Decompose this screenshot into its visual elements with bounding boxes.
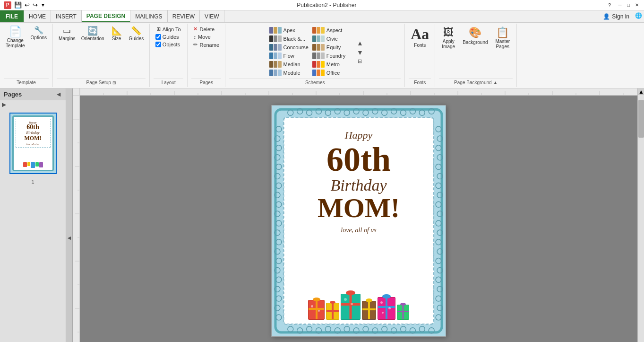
options-icon: 🔧 bbox=[34, 26, 43, 34]
scheme-office[interactable]: Office bbox=[311, 69, 353, 77]
schemes-scroll-down[interactable]: ▼ bbox=[357, 49, 363, 56]
scheme-black[interactable]: Black &... bbox=[268, 35, 310, 43]
objects-checkbox-label[interactable]: Objects bbox=[155, 41, 181, 48]
scheme-civic-label: Civic bbox=[326, 36, 338, 42]
layout-group-label: Layout bbox=[154, 79, 183, 85]
card-text-area: Happy 60th Birthday MOM! love, all of us bbox=[288, 122, 429, 284]
minimize-button[interactable]: ─ bbox=[617, 2, 623, 9]
scheme-median-label: Median bbox=[283, 61, 301, 67]
account-icon[interactable]: 🌐 bbox=[633, 10, 644, 22]
objects-checkbox[interactable] bbox=[155, 42, 161, 47]
tab-insert[interactable]: INSERT bbox=[51, 10, 82, 22]
template-group-label: Template bbox=[4, 79, 49, 85]
scroll-up-btn[interactable]: ▲ bbox=[638, 88, 644, 95]
scheme-office-label: Office bbox=[326, 70, 340, 76]
scheme-aspect-label: Aspect bbox=[326, 27, 343, 33]
app-icon: P bbox=[4, 1, 11, 9]
gift-5 bbox=[378, 297, 395, 320]
page-setup-expand[interactable]: ⊞ bbox=[112, 80, 116, 85]
scrollbar-thumb-v[interactable] bbox=[638, 100, 644, 138]
page-background-group-label: Page Background ▲ bbox=[439, 79, 513, 85]
tab-page-design[interactable]: PAGE DESIGN bbox=[82, 10, 130, 22]
size-button[interactable]: 📐 Size bbox=[108, 26, 125, 42]
canvas-container: Happy 60th Birthday MOM! love, all of us bbox=[73, 88, 637, 342]
page-thumbnail-1[interactable]: Happy 60th Birthday MOM! love, all of us bbox=[9, 113, 57, 174]
move-button[interactable]: ↕ Move bbox=[191, 34, 212, 40]
card-love-text: love, all of us bbox=[341, 227, 376, 234]
sidebar-collapse-handle[interactable]: ◄ bbox=[66, 88, 73, 342]
gift-3 bbox=[341, 294, 361, 320]
tab-mailings[interactable]: MAILINGS bbox=[130, 10, 167, 22]
scheme-civic-colors bbox=[312, 35, 325, 42]
vertical-scrollbar[interactable]: ▲ ▼ bbox=[637, 88, 644, 342]
scheme-flow[interactable]: Flow bbox=[268, 52, 310, 60]
window-title: Publication2 - Publisher bbox=[45, 2, 608, 9]
close-button[interactable]: ✕ bbox=[634, 2, 640, 9]
align-to-button[interactable]: ⊞ Align To bbox=[155, 26, 183, 33]
scheme-median-colors bbox=[269, 61, 282, 68]
ribbon-group-layout: ⊞ Align To Guides Objects Layout bbox=[150, 24, 188, 87]
scheme-civic[interactable]: Civic bbox=[311, 35, 353, 43]
scheme-concourse[interactable]: Concourse bbox=[268, 44, 310, 51]
help-button[interactable]: ? bbox=[608, 2, 611, 8]
restore-button[interactable]: □ bbox=[625, 2, 632, 9]
canvas-with-vruler: Happy 60th Birthday MOM! love, all of us bbox=[73, 96, 637, 342]
scrollbar-track-v[interactable] bbox=[638, 95, 644, 342]
scheme-equity-label: Equity bbox=[326, 44, 341, 50]
scheme-metro-label: Metro bbox=[326, 61, 340, 67]
scheme-metro[interactable]: Metro bbox=[311, 61, 353, 68]
margins-icon: ▭ bbox=[63, 26, 71, 35]
quick-access-undo[interactable]: ↩ bbox=[25, 1, 30, 9]
scheme-concourse-label: Concourse bbox=[283, 44, 309, 50]
scheme-concourse-colors bbox=[269, 44, 282, 51]
fonts-group-label: Fonts bbox=[409, 79, 431, 85]
scheme-aspect[interactable]: Aspect bbox=[311, 26, 353, 34]
master-pages-button[interactable]: 📋 MasterPages bbox=[493, 26, 513, 50]
margins-button[interactable]: ▭ Margins bbox=[57, 26, 77, 42]
layout-main: Pages ◄ ▶ Happy 60th Birthday MOM! love,… bbox=[0, 88, 644, 342]
quick-access-save[interactable]: 💾 bbox=[14, 1, 22, 9]
size-icon: 📐 bbox=[112, 26, 122, 35]
delete-button[interactable]: ✕ Delete bbox=[191, 26, 216, 33]
document-card: Happy 60th Birthday MOM! love, all of us bbox=[271, 105, 446, 337]
schemes-expand[interactable]: ⊟ bbox=[358, 58, 362, 64]
fonts-icon: Aa bbox=[411, 26, 429, 42]
quick-access-dropdown[interactable]: ▼ bbox=[41, 2, 45, 8]
scheme-foundry[interactable]: Foundry bbox=[311, 52, 353, 60]
guides-checkbox[interactable] bbox=[155, 34, 161, 40]
ruler-container-h bbox=[73, 88, 637, 96]
options-button[interactable]: 🔧 Options bbox=[29, 26, 49, 41]
ribbon-tabs: FILE HOME INSERT PAGE DESIGN MAILINGS RE… bbox=[0, 10, 644, 23]
guides-checkbox-label[interactable]: Guides bbox=[155, 34, 180, 40]
scheme-module[interactable]: Module bbox=[268, 69, 310, 77]
scheme-median[interactable]: Median bbox=[268, 61, 310, 68]
change-template-button[interactable]: 📄 ChangeTemplate bbox=[4, 26, 27, 49]
scheme-black-label: Black &... bbox=[283, 36, 305, 42]
scheme-equity[interactable]: Equity bbox=[311, 44, 353, 51]
ribbon-group-page-background: 🖼 ApplyImage 🎨 Background 📋 MasterPages … bbox=[435, 24, 517, 87]
quick-access-redo[interactable]: ↪ bbox=[33, 1, 38, 9]
background-button[interactable]: 🎨 Background bbox=[461, 26, 489, 46]
apply-image-icon: 🖼 bbox=[443, 26, 454, 39]
tab-home[interactable]: HOME bbox=[24, 10, 51, 22]
tab-view[interactable]: VIEW bbox=[200, 10, 224, 22]
fonts-button[interactable]: Aa Fonts bbox=[409, 26, 431, 49]
rename-button[interactable]: ✏ Rename bbox=[191, 41, 221, 48]
orientation-button[interactable]: 🔄 Orientation bbox=[79, 26, 106, 42]
delete-icon: ✕ bbox=[193, 26, 197, 32]
sign-in-button[interactable]: 👤 Sign in bbox=[599, 10, 633, 22]
pages-panel-collapse[interactable]: ◄ bbox=[55, 90, 62, 98]
scheme-apex[interactable]: Apex bbox=[268, 26, 310, 34]
title-bar: P 💾 ↩ ↪ ▼ Publication2 - Publisher ? ─ □… bbox=[0, 0, 644, 10]
ruler-h-svg bbox=[80, 88, 637, 96]
apply-image-button[interactable]: 🖼 ApplyImage bbox=[439, 26, 458, 50]
tab-review[interactable]: REVIEW bbox=[168, 10, 200, 22]
pages-group-label: Pages bbox=[191, 79, 221, 85]
guides-icon: 📏 bbox=[131, 26, 141, 35]
page-bg-collapse[interactable]: ▲ bbox=[493, 80, 498, 85]
schemes-scroll-up[interactable]: ▲ bbox=[357, 39, 363, 47]
guides-button[interactable]: 📏 Guides bbox=[127, 26, 146, 42]
tab-file[interactable]: FILE bbox=[0, 10, 24, 22]
page-setup-group-label: Page Setup ⊞ bbox=[57, 79, 146, 85]
scheme-flow-colors bbox=[269, 53, 282, 59]
